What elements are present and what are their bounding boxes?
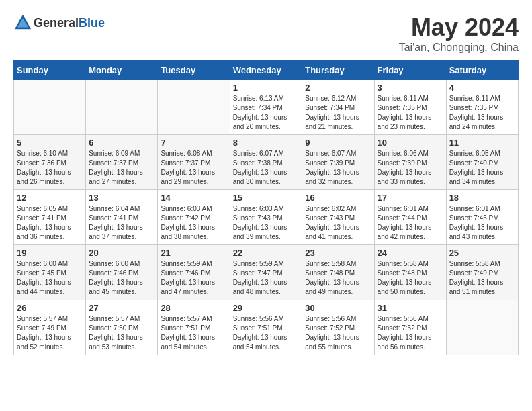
day-number: 30 <box>305 303 371 313</box>
day-info: Sunrise: 6:03 AM Sunset: 7:43 PM Dayligh… <box>233 204 300 242</box>
day-info: Sunrise: 6:04 AM Sunset: 7:41 PM Dayligh… <box>89 204 154 242</box>
week-row-3: 12Sunrise: 6:05 AM Sunset: 7:41 PM Dayli… <box>14 190 519 245</box>
month-title: May 2024 <box>399 13 519 42</box>
day-info: Sunrise: 6:13 AM Sunset: 7:34 PM Dayligh… <box>233 94 300 132</box>
day-info: Sunrise: 5:56 AM Sunset: 7:51 PM Dayligh… <box>233 314 300 352</box>
day-info: Sunrise: 5:56 AM Sunset: 7:52 PM Dayligh… <box>378 314 443 352</box>
calendar-cell: 15Sunrise: 6:03 AM Sunset: 7:43 PM Dayli… <box>230 190 302 245</box>
weekday-thursday: Thursday <box>302 61 374 80</box>
day-info: Sunrise: 6:06 AM Sunset: 7:39 PM Dayligh… <box>378 149 443 187</box>
week-row-4: 19Sunrise: 6:00 AM Sunset: 7:45 PM Dayli… <box>14 245 519 300</box>
day-info: Sunrise: 6:07 AM Sunset: 7:38 PM Dayligh… <box>233 149 300 187</box>
calendar-cell: 16Sunrise: 6:02 AM Sunset: 7:43 PM Dayli… <box>302 190 374 245</box>
calendar-cell <box>14 80 86 135</box>
day-number: 21 <box>161 248 226 258</box>
day-number: 23 <box>305 248 371 258</box>
weekday-monday: Monday <box>86 61 158 80</box>
day-info: Sunrise: 6:11 AM Sunset: 7:35 PM Dayligh… <box>378 94 443 132</box>
day-number: 10 <box>378 138 443 148</box>
day-number: 3 <box>378 83 443 93</box>
title-area: May 2024 Tai'an, Chongqing, China <box>399 13 519 54</box>
day-number: 26 <box>17 303 83 313</box>
day-info: Sunrise: 6:03 AM Sunset: 7:42 PM Dayligh… <box>161 204 226 242</box>
week-row-2: 5Sunrise: 6:10 AM Sunset: 7:36 PM Daylig… <box>14 135 519 190</box>
weekday-tuesday: Tuesday <box>158 61 230 80</box>
day-info: Sunrise: 5:58 AM Sunset: 7:48 PM Dayligh… <box>378 259 443 297</box>
weekday-friday: Friday <box>374 61 446 80</box>
day-number: 13 <box>89 193 154 203</box>
calendar-cell: 25Sunrise: 5:58 AM Sunset: 7:49 PM Dayli… <box>446 245 518 300</box>
day-number: 11 <box>449 138 515 148</box>
day-number: 17 <box>378 193 443 203</box>
week-row-1: 1Sunrise: 6:13 AM Sunset: 7:34 PM Daylig… <box>14 80 519 135</box>
day-info: Sunrise: 6:12 AM Sunset: 7:34 PM Dayligh… <box>305 94 371 132</box>
weekday-header-row: SundayMondayTuesdayWednesdayThursdayFrid… <box>14 61 519 80</box>
calendar-cell: 31Sunrise: 5:56 AM Sunset: 7:52 PM Dayli… <box>374 300 446 355</box>
weekday-saturday: Saturday <box>446 61 518 80</box>
day-number: 29 <box>233 303 300 313</box>
calendar-cell: 27Sunrise: 5:57 AM Sunset: 7:50 PM Dayli… <box>86 300 158 355</box>
day-number: 20 <box>89 248 154 258</box>
weekday-wednesday: Wednesday <box>230 61 302 80</box>
calendar-cell: 29Sunrise: 5:56 AM Sunset: 7:51 PM Dayli… <box>230 300 302 355</box>
calendar-cell <box>86 80 158 135</box>
day-number: 12 <box>17 193 83 203</box>
day-info: Sunrise: 5:58 AM Sunset: 7:49 PM Dayligh… <box>449 259 515 297</box>
day-number: 28 <box>161 303 226 313</box>
day-info: Sunrise: 6:00 AM Sunset: 7:46 PM Dayligh… <box>89 259 154 297</box>
day-info: Sunrise: 5:57 AM Sunset: 7:50 PM Dayligh… <box>89 314 154 352</box>
day-info: Sunrise: 5:57 AM Sunset: 7:49 PM Dayligh… <box>17 314 83 352</box>
weekday-sunday: Sunday <box>14 61 86 80</box>
day-number: 15 <box>233 193 300 203</box>
day-info: Sunrise: 6:01 AM Sunset: 7:44 PM Dayligh… <box>378 204 443 242</box>
day-number: 31 <box>378 303 443 313</box>
day-info: Sunrise: 6:02 AM Sunset: 7:43 PM Dayligh… <box>305 204 371 242</box>
day-number: 9 <box>305 138 371 148</box>
logo: GeneralBlue <box>13 13 105 32</box>
page-header: GeneralBlue May 2024 Tai'an, Chongqing, … <box>13 13 519 54</box>
day-number: 4 <box>449 83 515 93</box>
calendar-cell: 1Sunrise: 6:13 AM Sunset: 7:34 PM Daylig… <box>230 80 302 135</box>
location-title: Tai'an, Chongqing, China <box>399 42 519 54</box>
day-info: Sunrise: 6:09 AM Sunset: 7:37 PM Dayligh… <box>89 149 154 187</box>
calendar-cell: 21Sunrise: 5:59 AM Sunset: 7:46 PM Dayli… <box>158 245 230 300</box>
day-info: Sunrise: 5:56 AM Sunset: 7:52 PM Dayligh… <box>305 314 371 352</box>
day-info: Sunrise: 6:01 AM Sunset: 7:45 PM Dayligh… <box>449 204 515 242</box>
calendar-cell: 2Sunrise: 6:12 AM Sunset: 7:34 PM Daylig… <box>302 80 374 135</box>
logo-general-text: General <box>34 16 79 30</box>
calendar-cell: 17Sunrise: 6:01 AM Sunset: 7:44 PM Dayli… <box>374 190 446 245</box>
calendar-cell: 4Sunrise: 6:11 AM Sunset: 7:35 PM Daylig… <box>446 80 518 135</box>
day-number: 14 <box>161 193 226 203</box>
day-info: Sunrise: 6:05 AM Sunset: 7:41 PM Dayligh… <box>17 204 83 242</box>
day-number: 6 <box>89 138 154 148</box>
day-number: 22 <box>233 248 300 258</box>
calendar-cell: 23Sunrise: 5:58 AM Sunset: 7:48 PM Dayli… <box>302 245 374 300</box>
day-info: Sunrise: 6:00 AM Sunset: 7:45 PM Dayligh… <box>17 259 83 297</box>
week-row-5: 26Sunrise: 5:57 AM Sunset: 7:49 PM Dayli… <box>14 300 519 355</box>
calendar-cell: 26Sunrise: 5:57 AM Sunset: 7:49 PM Dayli… <box>14 300 86 355</box>
calendar-cell <box>446 300 518 355</box>
day-number: 5 <box>17 138 83 148</box>
calendar-cell: 30Sunrise: 5:56 AM Sunset: 7:52 PM Dayli… <box>302 300 374 355</box>
calendar-cell: 5Sunrise: 6:10 AM Sunset: 7:36 PM Daylig… <box>14 135 86 190</box>
day-number: 24 <box>378 248 443 258</box>
calendar-cell: 24Sunrise: 5:58 AM Sunset: 7:48 PM Dayli… <box>374 245 446 300</box>
day-info: Sunrise: 5:58 AM Sunset: 7:48 PM Dayligh… <box>305 259 371 297</box>
day-number: 19 <box>17 248 83 258</box>
day-info: Sunrise: 6:05 AM Sunset: 7:40 PM Dayligh… <box>449 149 515 187</box>
day-number: 7 <box>161 138 226 148</box>
calendar-cell: 9Sunrise: 6:07 AM Sunset: 7:39 PM Daylig… <box>302 135 374 190</box>
day-number: 25 <box>449 248 515 258</box>
calendar-cell: 19Sunrise: 6:00 AM Sunset: 7:45 PM Dayli… <box>14 245 86 300</box>
day-number: 1 <box>233 83 300 93</box>
day-number: 8 <box>233 138 300 148</box>
calendar-cell: 18Sunrise: 6:01 AM Sunset: 7:45 PM Dayli… <box>446 190 518 245</box>
day-number: 16 <box>305 193 371 203</box>
logo-icon <box>13 13 32 32</box>
calendar-cell: 20Sunrise: 6:00 AM Sunset: 7:46 PM Dayli… <box>86 245 158 300</box>
day-info: Sunrise: 6:08 AM Sunset: 7:37 PM Dayligh… <box>161 149 226 187</box>
day-number: 2 <box>305 83 371 93</box>
day-info: Sunrise: 6:11 AM Sunset: 7:35 PM Dayligh… <box>449 94 515 132</box>
calendar-cell: 8Sunrise: 6:07 AM Sunset: 7:38 PM Daylig… <box>230 135 302 190</box>
day-info: Sunrise: 6:10 AM Sunset: 7:36 PM Dayligh… <box>17 149 83 187</box>
